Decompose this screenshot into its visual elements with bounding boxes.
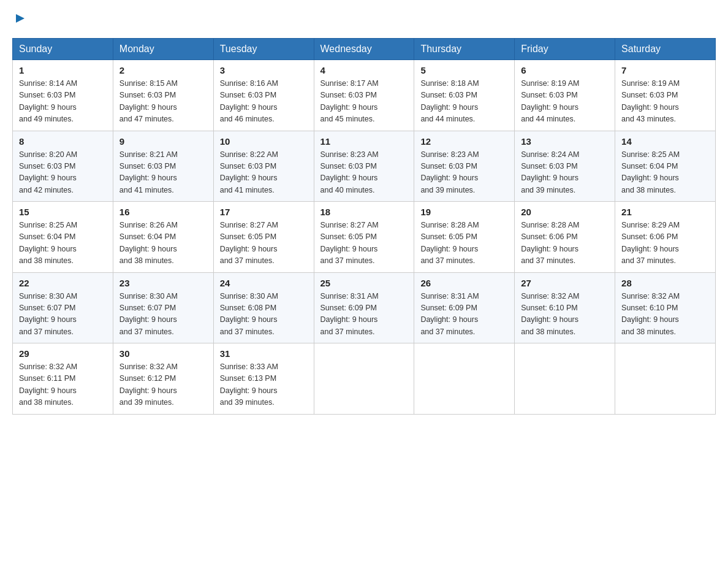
day-info: Sunrise: 8:29 AMSunset: 6:06 PMDaylight:… (621, 220, 709, 267)
day-info: Sunrise: 8:32 AMSunset: 6:10 PMDaylight:… (621, 291, 709, 339)
logo (12, 12, 27, 28)
calendar-day-cell: 4Sunrise: 8:17 AMSunset: 6:03 PMDaylight… (314, 60, 414, 131)
calendar-day-cell: 21Sunrise: 8:29 AMSunset: 6:06 PMDayligh… (615, 202, 716, 273)
calendar-table: SundayMondayTuesdayWednesdayThursdayFrid… (12, 38, 716, 415)
calendar-day-cell: 10Sunrise: 8:22 AMSunset: 6:03 PMDayligh… (213, 131, 314, 202)
calendar-day-cell: 30Sunrise: 8:32 AMSunset: 6:12 PMDayligh… (113, 343, 213, 415)
calendar-day-cell: 3Sunrise: 8:16 AMSunset: 6:03 PMDaylight… (213, 60, 314, 131)
day-info: Sunrise: 8:28 AMSunset: 6:05 PMDaylight:… (420, 220, 508, 267)
calendar-day-cell: 23Sunrise: 8:30 AMSunset: 6:07 PMDayligh… (113, 272, 213, 343)
day-info: Sunrise: 8:27 AMSunset: 6:05 PMDaylight:… (320, 220, 408, 267)
calendar-day-cell: 17Sunrise: 8:27 AMSunset: 6:05 PMDayligh… (213, 202, 314, 273)
calendar-day-cell: 12Sunrise: 8:23 AMSunset: 6:03 PMDayligh… (414, 131, 515, 202)
calendar-header-row: SundayMondayTuesdayWednesdayThursdayFrid… (13, 39, 716, 60)
day-info: Sunrise: 8:17 AMSunset: 6:03 PMDaylight:… (320, 78, 408, 126)
day-number: 3 (220, 65, 308, 75)
day-info: Sunrise: 8:24 AMSunset: 6:03 PMDaylight:… (521, 149, 609, 197)
empty-cell (314, 343, 414, 415)
day-number: 29 (19, 348, 107, 359)
page-header (12, 12, 716, 28)
day-info: Sunrise: 8:32 AMSunset: 6:10 PMDaylight:… (521, 291, 609, 339)
day-number: 19 (420, 207, 508, 217)
calendar-day-cell: 7Sunrise: 8:19 AMSunset: 6:03 PMDaylight… (615, 60, 716, 131)
day-info: Sunrise: 8:21 AMSunset: 6:03 PMDaylight:… (119, 149, 207, 197)
day-number: 30 (119, 348, 207, 359)
calendar-week-row: 8Sunrise: 8:20 AMSunset: 6:03 PMDaylight… (13, 131, 716, 202)
calendar-day-cell: 15Sunrise: 8:25 AMSunset: 6:04 PMDayligh… (13, 202, 113, 273)
day-number: 14 (621, 136, 709, 147)
empty-cell (615, 343, 716, 415)
weekday-header-wednesday: Wednesday (314, 39, 414, 60)
weekday-header-friday: Friday (515, 39, 615, 60)
calendar-day-cell: 5Sunrise: 8:18 AMSunset: 6:03 PMDaylight… (414, 60, 515, 131)
weekday-header-saturday: Saturday (615, 39, 716, 60)
day-number: 11 (320, 136, 408, 147)
calendar-day-cell: 31Sunrise: 8:33 AMSunset: 6:13 PMDayligh… (213, 343, 314, 415)
day-info: Sunrise: 8:23 AMSunset: 6:03 PMDaylight:… (420, 149, 508, 197)
day-number: 18 (320, 207, 408, 217)
day-number: 28 (621, 278, 709, 288)
day-number: 21 (621, 207, 709, 217)
day-info: Sunrise: 8:32 AMSunset: 6:12 PMDaylight:… (119, 361, 207, 409)
calendar-week-row: 1Sunrise: 8:14 AMSunset: 6:03 PMDaylight… (13, 60, 716, 131)
calendar-day-cell: 9Sunrise: 8:21 AMSunset: 6:03 PMDaylight… (113, 131, 213, 202)
svg-marker-0 (16, 14, 25, 23)
day-number: 23 (119, 278, 207, 288)
day-number: 1 (19, 65, 107, 75)
day-number: 13 (521, 136, 609, 147)
day-info: Sunrise: 8:26 AMSunset: 6:04 PMDaylight:… (119, 220, 207, 267)
day-number: 4 (320, 65, 408, 75)
day-info: Sunrise: 8:23 AMSunset: 6:03 PMDaylight:… (320, 149, 408, 197)
calendar-day-cell: 1Sunrise: 8:14 AMSunset: 6:03 PMDaylight… (13, 60, 113, 131)
calendar-day-cell: 25Sunrise: 8:31 AMSunset: 6:09 PMDayligh… (314, 272, 414, 343)
day-info: Sunrise: 8:25 AMSunset: 6:04 PMDaylight:… (621, 149, 709, 197)
calendar-day-cell: 18Sunrise: 8:27 AMSunset: 6:05 PMDayligh… (314, 202, 414, 273)
day-number: 6 (521, 65, 609, 75)
day-info: Sunrise: 8:19 AMSunset: 6:03 PMDaylight:… (521, 78, 609, 126)
weekday-header-thursday: Thursday (414, 39, 515, 60)
day-info: Sunrise: 8:33 AMSunset: 6:13 PMDaylight:… (220, 361, 308, 409)
weekday-header-monday: Monday (113, 39, 213, 60)
day-info: Sunrise: 8:15 AMSunset: 6:03 PMDaylight:… (119, 78, 207, 126)
calendar-day-cell: 26Sunrise: 8:31 AMSunset: 6:09 PMDayligh… (414, 272, 515, 343)
day-number: 20 (521, 207, 609, 217)
calendar-day-cell: 22Sunrise: 8:30 AMSunset: 6:07 PMDayligh… (13, 272, 113, 343)
day-number: 17 (220, 207, 308, 217)
calendar-day-cell: 14Sunrise: 8:25 AMSunset: 6:04 PMDayligh… (615, 131, 716, 202)
day-number: 22 (19, 278, 107, 288)
day-info: Sunrise: 8:27 AMSunset: 6:05 PMDaylight:… (220, 220, 308, 267)
weekday-header-tuesday: Tuesday (213, 39, 314, 60)
day-number: 2 (119, 65, 207, 75)
calendar-day-cell: 8Sunrise: 8:20 AMSunset: 6:03 PMDaylight… (13, 131, 113, 202)
calendar-day-cell: 28Sunrise: 8:32 AMSunset: 6:10 PMDayligh… (615, 272, 716, 343)
day-info: Sunrise: 8:20 AMSunset: 6:03 PMDaylight:… (19, 149, 107, 197)
calendar-day-cell: 2Sunrise: 8:15 AMSunset: 6:03 PMDaylight… (113, 60, 213, 131)
calendar-day-cell: 13Sunrise: 8:24 AMSunset: 6:03 PMDayligh… (515, 131, 615, 202)
day-info: Sunrise: 8:32 AMSunset: 6:11 PMDaylight:… (19, 361, 107, 409)
day-number: 10 (220, 136, 308, 147)
day-number: 15 (19, 207, 107, 217)
day-info: Sunrise: 8:31 AMSunset: 6:09 PMDaylight:… (320, 291, 408, 339)
day-number: 16 (119, 207, 207, 217)
calendar-week-row: 22Sunrise: 8:30 AMSunset: 6:07 PMDayligh… (13, 272, 716, 343)
day-number: 5 (420, 65, 508, 75)
calendar-day-cell: 19Sunrise: 8:28 AMSunset: 6:05 PMDayligh… (414, 202, 515, 273)
day-number: 24 (220, 278, 308, 288)
day-info: Sunrise: 8:22 AMSunset: 6:03 PMDaylight:… (220, 149, 308, 197)
calendar-day-cell: 27Sunrise: 8:32 AMSunset: 6:10 PMDayligh… (515, 272, 615, 343)
day-info: Sunrise: 8:16 AMSunset: 6:03 PMDaylight:… (220, 78, 308, 126)
day-info: Sunrise: 8:18 AMSunset: 6:03 PMDaylight:… (420, 78, 508, 126)
calendar-day-cell: 11Sunrise: 8:23 AMSunset: 6:03 PMDayligh… (314, 131, 414, 202)
day-number: 27 (521, 278, 609, 288)
day-info: Sunrise: 8:28 AMSunset: 6:06 PMDaylight:… (521, 220, 609, 267)
day-number: 25 (320, 278, 408, 288)
calendar-day-cell: 20Sunrise: 8:28 AMSunset: 6:06 PMDayligh… (515, 202, 615, 273)
day-number: 26 (420, 278, 508, 288)
calendar-day-cell: 29Sunrise: 8:32 AMSunset: 6:11 PMDayligh… (13, 343, 113, 415)
calendar-day-cell: 24Sunrise: 8:30 AMSunset: 6:08 PMDayligh… (213, 272, 314, 343)
day-info: Sunrise: 8:30 AMSunset: 6:07 PMDaylight:… (19, 291, 107, 339)
day-info: Sunrise: 8:30 AMSunset: 6:08 PMDaylight:… (220, 291, 308, 339)
logo-arrow-icon (13, 12, 27, 25)
day-info: Sunrise: 8:19 AMSunset: 6:03 PMDaylight:… (621, 78, 709, 126)
day-number: 8 (19, 136, 107, 147)
